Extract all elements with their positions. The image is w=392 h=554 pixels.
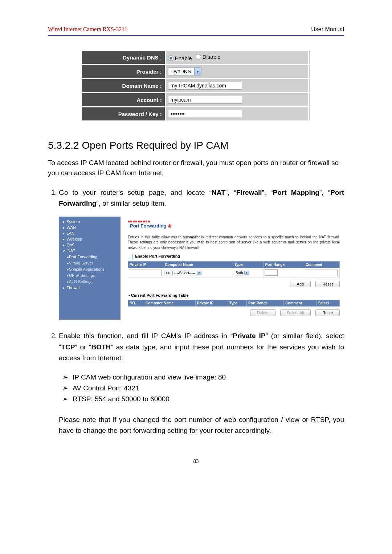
col2-type: Type (228, 300, 247, 307)
enable-port-forwarding[interactable]: Enable Port Forwarding (128, 254, 340, 259)
step-2: Enable this function, and fill IP CAM's … (59, 331, 344, 436)
subnav-special-applications[interactable]: Special Applications (59, 266, 121, 272)
computer-name-select[interactable]: ----Select-----▾ (172, 271, 201, 275)
current-table-title: • Current Port Forwarding Table (128, 293, 340, 297)
header-rule (48, 35, 344, 36)
col2-no: NO. (128, 300, 144, 307)
ddns-label-account: Account : (82, 93, 165, 106)
account-input[interactable]: myipcam (168, 96, 242, 104)
radio-dot-icon (168, 56, 173, 61)
type-select[interactable]: Both▾ (234, 271, 249, 275)
private-ip-input[interactable] (129, 270, 162, 276)
step-1: Go to your router's setup page, and loca… (59, 187, 344, 320)
nav-wireless[interactable]: Wireless (59, 236, 121, 242)
provider-select[interactable]: DynDNS ▾ (168, 67, 201, 75)
reset2-button[interactable]: Reset (315, 309, 340, 316)
list-item: IP CAM web configuration and view live i… (62, 372, 344, 383)
domain-input[interactable]: my-IPCAM.dynalias.com (168, 82, 242, 90)
delete-button[interactable]: Delete (250, 309, 275, 316)
col-type: Type (233, 262, 264, 268)
product-name: Wired Internet Camera (48, 26, 101, 32)
col2-private-ip: Private IP (195, 300, 228, 307)
add-button[interactable]: Add (290, 281, 311, 287)
intro-paragraph: To access IP CAM located behind router o… (48, 158, 344, 178)
title-decoration-icon (128, 219, 151, 223)
ddns-label-provider: Provider : (82, 65, 165, 78)
router-screenshot: System WAN LAN Wireless QoS NAT Port For… (59, 217, 344, 320)
radio-enable[interactable]: Enable (168, 55, 192, 61)
col2-port-range: Port Range (247, 300, 284, 307)
comment-input[interactable] (305, 270, 338, 276)
nav-wan[interactable]: WAN (59, 225, 121, 230)
nav-qos[interactable]: QoS (59, 242, 121, 248)
col-comment: Comment (304, 262, 339, 268)
manual-label: User Manual (311, 26, 344, 33)
ddns-value-dns: Enable Disable (166, 51, 308, 64)
subnav-port-forwarding[interactable]: Port Forwarding (59, 254, 121, 260)
ddns-settings-table: Dynamic DNS : Enable Disable Provider : … (81, 50, 311, 122)
provider-value: DynDNS (168, 67, 194, 75)
list-item: RTSP: 554 and 50000 to 60000 (62, 394, 344, 405)
router-description: Entries in this table allow you to autom… (128, 235, 340, 251)
router-nav: System WAN LAN Wireless QoS NAT Port For… (59, 217, 121, 320)
nav-system[interactable]: System (59, 219, 121, 225)
col-private-ip: Private IP (128, 262, 163, 268)
col2-computer-name: Computer Name (144, 300, 195, 307)
router-main: Port Forwarding ❀ Entries in this table … (121, 217, 344, 320)
chevron-down-icon: ▾ (194, 67, 201, 75)
nav-lan[interactable]: LAN (59, 230, 121, 236)
ddns-value-provider: DynDNS ▾ (166, 65, 308, 78)
chevron-down-icon: ▾ (197, 271, 201, 275)
radio-disable[interactable]: Disable (196, 54, 221, 60)
radio-dot-icon (196, 54, 201, 59)
col2-comment: Comment (284, 300, 317, 307)
subnav-alg[interactable]: ALG Settings (59, 279, 121, 285)
note-paragraph: Please note that if you changed the port… (59, 414, 344, 436)
page-header: Wired Internet Camera RXS-3211 User Manu… (48, 26, 344, 33)
steps-list: Go to your router's setup page, and loca… (48, 187, 344, 436)
checkbox-icon (128, 254, 133, 259)
radio-enable-label: Enable (175, 55, 192, 61)
col2-select: Select (317, 300, 339, 307)
subnav-virtual-server[interactable]: Virtual Server (59, 260, 121, 266)
list-item: AV Control Port: 4321 (62, 383, 344, 394)
port-range-input[interactable] (265, 269, 278, 276)
col-computer-name: Computer Name (163, 262, 233, 268)
section-heading: 5.3.2.2 Open Ports Required by IP CAM (48, 140, 344, 151)
reset-button[interactable]: Reset (315, 281, 340, 287)
radio-disable-label: Disable (203, 54, 221, 60)
ddns-label-dns: Dynamic DNS : (82, 51, 165, 64)
ports-list: IP CAM web configuration and view live i… (62, 372, 344, 405)
go-button[interactable]: << (164, 271, 171, 275)
router-title: Port Forwarding ❀ (130, 223, 172, 229)
table-row: << ----Select-----▾ Both▾ (128, 268, 340, 278)
chevron-down-icon: ▾ (244, 271, 249, 275)
port-forwarding-current-table: NO. Computer Name Private IP Type Port R… (128, 300, 340, 307)
ddns-label-password: Password / Key : (82, 107, 165, 120)
nav-nat[interactable]: NAT (59, 248, 79, 254)
page-number: 83 (48, 458, 344, 464)
delete-all-button[interactable]: Delete All (280, 309, 311, 316)
nav-firewall[interactable]: Firewall (59, 285, 121, 291)
subnav-upnp[interactable]: UPnP Settings (59, 272, 121, 279)
col-port-range: Port Range (264, 262, 304, 268)
product-model: RXS-3211 (103, 26, 127, 32)
port-forwarding-add-table: Private IP Computer Name Type Port Range… (128, 261, 340, 278)
password-input[interactable]: •••••••• (168, 110, 242, 118)
ddns-label-domain: Domain Name : (82, 79, 165, 92)
